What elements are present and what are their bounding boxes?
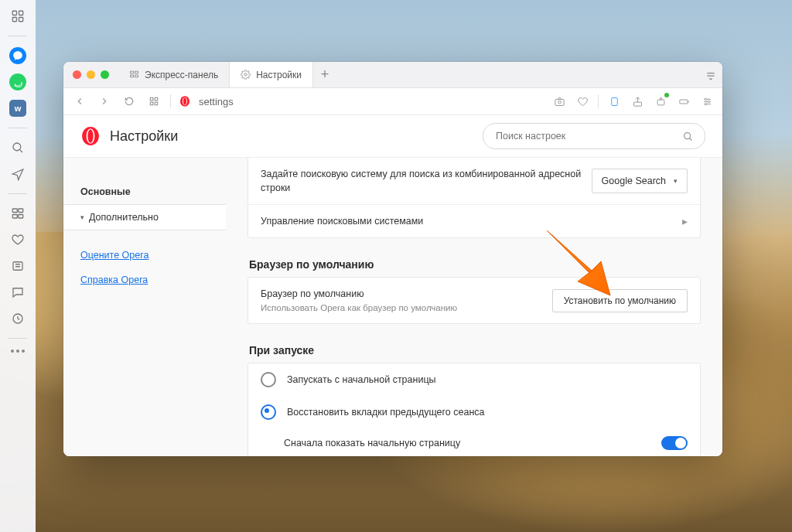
dock-separator <box>9 36 27 36</box>
snapshot-icon[interactable] <box>551 94 567 109</box>
heart-icon[interactable] <box>9 231 26 248</box>
svg-rect-8 <box>19 215 23 219</box>
svg-rect-9 <box>13 262 22 271</box>
messenger-icon[interactable] <box>9 47 26 64</box>
svg-rect-29 <box>679 100 687 104</box>
page-title: Настройки <box>110 128 178 145</box>
svg-rect-2 <box>12 18 16 22</box>
svg-rect-23 <box>555 99 563 105</box>
svg-point-4 <box>13 143 21 151</box>
search-engine-desc: Задайте поисковую систему для поиска из … <box>261 167 582 195</box>
more-icon[interactable] <box>11 350 25 353</box>
app-dock: w <box>0 0 36 532</box>
dock-apps-icon[interactable] <box>9 8 26 25</box>
svg-rect-3 <box>19 18 23 22</box>
heart-icon[interactable] <box>575 94 590 109</box>
tab-settings[interactable]: Настройки <box>230 62 313 87</box>
back-button[interactable] <box>71 93 88 110</box>
send-icon[interactable] <box>9 165 26 182</box>
svg-rect-17 <box>155 97 158 100</box>
history-icon[interactable] <box>9 310 26 327</box>
svg-point-31 <box>708 101 710 103</box>
svg-point-36 <box>684 132 691 138</box>
reload-button[interactable] <box>121 93 138 110</box>
svg-rect-19 <box>155 102 158 105</box>
opera-logo-icon <box>179 95 191 107</box>
radio-label: Восстановить вкладки предыдущего сеанса <box>287 407 485 418</box>
svg-point-22 <box>183 97 186 105</box>
settings-search[interactable] <box>483 123 705 149</box>
sidebar-link-rate[interactable]: Оцените Opera <box>63 244 226 266</box>
address-bar: settings <box>63 88 722 115</box>
svg-rect-12 <box>135 71 138 73</box>
section-startup: При запуске <box>249 344 701 356</box>
svg-rect-13 <box>131 75 134 77</box>
radio-icon[interactable] <box>261 372 276 387</box>
tab-express-panel[interactable]: Экспресс-панель <box>118 62 230 87</box>
settings-header: Настройки <box>63 115 722 158</box>
search-engine-select[interactable]: Google Search <box>592 169 688 193</box>
startup-show-startpage-first: Сначала показать начальную страницу <box>248 428 700 456</box>
speed-dial-button[interactable] <box>145 93 162 110</box>
forward-button[interactable] <box>96 93 113 110</box>
tab-label: Настройки <box>256 70 302 80</box>
sidebar-item-basic[interactable]: Основные <box>63 179 226 204</box>
search-input[interactable] <box>494 130 676 142</box>
search-engine-row: Задайте поисковую систему для поиска из … <box>248 158 700 204</box>
svg-rect-28 <box>660 97 662 100</box>
manage-search-engines-row[interactable]: Управление поисковыми системами ▸ <box>248 204 700 237</box>
settings-content: Задайте поисковую систему для поиска из … <box>226 158 722 456</box>
dock-separator <box>9 338 27 339</box>
toggle-switch[interactable] <box>661 436 688 450</box>
radio-icon[interactable] <box>261 404 276 420</box>
toggle-label: Сначала показать начальную страницу <box>284 438 650 448</box>
separator <box>598 94 599 108</box>
tab-label: Экспресс-панель <box>145 70 218 80</box>
svg-rect-11 <box>131 71 134 73</box>
sidebar-item-advanced[interactable]: Дополнительно <box>63 204 226 230</box>
address-text[interactable]: settings <box>199 96 234 107</box>
dock-separator <box>9 193 27 194</box>
manage-search-engines-label: Управление поисковыми системами <box>261 214 673 228</box>
default-browser-label: Браузер по умолчанию <box>261 287 543 301</box>
svg-point-15 <box>244 73 247 76</box>
sidebar-item-label: Дополнительно <box>89 212 159 223</box>
chat-icon[interactable] <box>9 284 26 301</box>
sidebar-link-help[interactable]: Справка Opera <box>63 269 226 291</box>
speed-dial-icon[interactable] <box>9 205 26 222</box>
vk-icon[interactable]: w <box>9 100 26 117</box>
news-icon[interactable] <box>9 257 26 275</box>
whatsapp-icon[interactable] <box>9 73 26 90</box>
svg-rect-18 <box>150 102 153 105</box>
settings-body: Основные Дополнительно Оцените Opera Спр… <box>63 158 722 456</box>
svg-point-32 <box>705 103 707 105</box>
svg-rect-25 <box>611 97 617 105</box>
opera-logo-icon <box>80 126 101 146</box>
sync-icon[interactable] <box>606 94 622 109</box>
svg-rect-7 <box>12 215 17 219</box>
svg-rect-6 <box>19 209 23 213</box>
svg-point-24 <box>558 101 561 104</box>
svg-rect-5 <box>12 209 17 213</box>
new-tab-button[interactable]: + <box>313 66 336 83</box>
svg-point-30 <box>705 98 707 101</box>
startup-option-startpage[interactable]: Запускать с начальной страницы <box>248 363 700 396</box>
search-icon <box>682 131 694 142</box>
chevron-right-icon: ▸ <box>682 215 688 227</box>
share-icon[interactable] <box>630 94 645 109</box>
svg-rect-0 <box>12 11 16 15</box>
set-default-button[interactable]: Установить по умолчанию <box>552 289 688 312</box>
easy-setup-icon[interactable] <box>699 94 715 109</box>
settings-sidebar: Основные Дополнительно Оцените Opera Спр… <box>63 158 226 456</box>
svg-rect-14 <box>135 75 138 77</box>
window-controls[interactable] <box>63 70 118 79</box>
tab-bar: Экспресс-панель Настройки + <box>63 62 722 88</box>
battery-icon[interactable] <box>676 94 691 109</box>
extensions-icon[interactable] <box>653 94 668 109</box>
startup-option-restore[interactable]: Восстановить вкладки предыдущего сеанса <box>248 396 700 428</box>
tabs-menu-icon[interactable] <box>699 70 722 80</box>
default-browser-sub: Использовать Opera как браузер по умолча… <box>261 302 543 315</box>
section-default-browser: Браузер по умолчанию <box>249 258 701 271</box>
default-browser-row: Браузер по умолчанию Использовать Opera … <box>248 278 700 323</box>
search-icon[interactable] <box>9 139 26 156</box>
